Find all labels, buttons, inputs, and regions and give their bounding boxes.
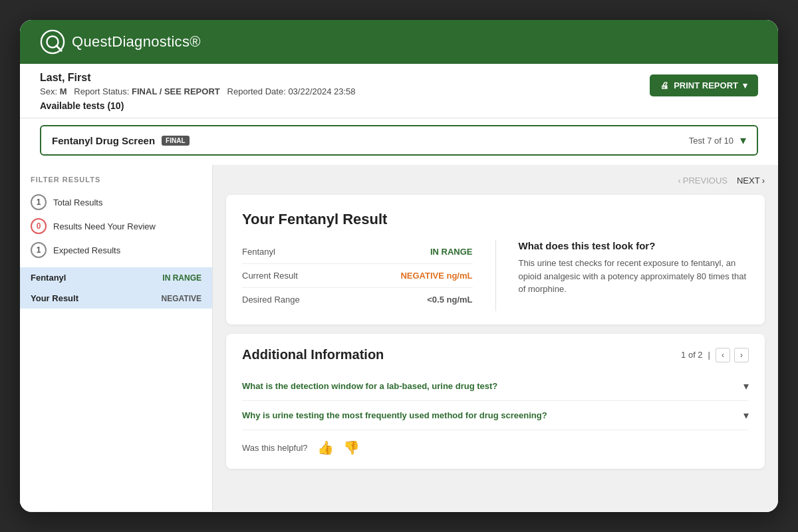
- pagination-count: 1 of 2: [681, 350, 703, 360]
- result-row-fentanyl[interactable]: Fentanyl IN RANGE: [20, 267, 212, 288]
- header: QuestDiagnostics®: [20, 20, 778, 64]
- filter-expected-badge: 1: [31, 242, 47, 258]
- info-card-header: Additional Information 1 of 2 | ‹ ›: [242, 347, 749, 362]
- chevron-right-icon: ›: [762, 176, 765, 186]
- logo-brand: Quest: [72, 33, 112, 50]
- next-page-button[interactable]: ›: [734, 348, 749, 362]
- info-card-title: Additional Information: [242, 347, 384, 362]
- what-looks-for: What does this test look for? This urine…: [519, 240, 749, 311]
- result-row-your-result[interactable]: Your Result NEGATIVE: [20, 288, 212, 309]
- logo-suffix: Diagnostics®: [112, 33, 201, 50]
- result-card-body: Fentanyl IN RANGE Current Result NEGATIV…: [242, 240, 749, 311]
- wlf-title: What does this test look for?: [519, 240, 749, 251]
- result-row-fentanyl-label: Fentanyl IN RANGE: [242, 240, 473, 264]
- main-area: FILTER RESULTS 1 Total Results 0 Results…: [20, 165, 778, 511]
- result-your-result-name: Your Result: [31, 293, 78, 303]
- test-selector-bar: Fentanyl Drug Screen FINAL Test 7 of 10 …: [20, 118, 778, 165]
- helpful-text: Was this helpful?: [242, 443, 308, 453]
- report-status-label: Report Status:: [74, 86, 129, 96]
- filter-total-badge: 1: [31, 194, 47, 210]
- reported-date-label: Reported Date:: [227, 86, 286, 96]
- faq-chevron-2: ▾: [743, 409, 749, 422]
- device-frame: QuestDiagnostics® Last, First Sex: M Rep…: [20, 20, 778, 512]
- chevron-left-icon: ‹: [678, 176, 680, 186]
- result-fentanyl-status: IN RANGE: [162, 273, 201, 283]
- faq-item-2[interactable]: Why is urine testing the most frequently…: [242, 401, 749, 430]
- sex-value: M: [60, 86, 67, 96]
- faq-question-2: Why is urine testing the most frequently…: [242, 410, 547, 420]
- current-result-label: Current Result: [242, 271, 298, 281]
- faq-item-1[interactable]: What is the detection window for a lab-b…: [242, 372, 749, 401]
- result-divider: [495, 240, 496, 311]
- quest-logo-icon: [40, 29, 65, 55]
- app-container: QuestDiagnostics® Last, First Sex: M Rep…: [20, 20, 778, 512]
- prev-page-button[interactable]: ‹: [716, 348, 730, 362]
- wlf-text: This urine test checks for recent exposu…: [519, 257, 749, 296]
- print-label: PRINT REPORT: [674, 80, 738, 90]
- faq-question-1: What is the detection window for a lab-b…: [242, 381, 497, 391]
- thumbs-up-button[interactable]: 👍: [317, 440, 334, 456]
- test-dropdown-left: Fentanyl Drug Screen FINAL: [52, 135, 190, 146]
- thumbs-down-button[interactable]: 👎: [343, 440, 360, 456]
- previous-button[interactable]: ‹ PREVIOUS: [678, 176, 728, 186]
- svg-line-2: [57, 46, 62, 51]
- result-card-title: Your Fentanyl Result: [242, 211, 749, 228]
- patient-info: Last, First Sex: M Report Status: FINAL …: [40, 72, 356, 111]
- filter-total-label: Total Results: [53, 198, 102, 207]
- current-result-value: NEGATIVE ng/mL: [400, 271, 472, 281]
- result-row-current: Current Result NEGATIVE ng/mL: [242, 264, 473, 288]
- next-button[interactable]: NEXT ›: [737, 176, 765, 186]
- info-card: Additional Information 1 of 2 | ‹ › What…: [226, 334, 765, 469]
- reported-date-value: 03/22/2024 23:58: [288, 86, 355, 96]
- patient-name: Last, First: [40, 72, 356, 84]
- result-card: Your Fentanyl Result Fentanyl IN RANGE C…: [226, 195, 765, 325]
- desired-range-value: <0.5 ng/mL: [427, 295, 472, 305]
- filter-review-label: Results Need Your Review: [53, 221, 156, 231]
- test-dropdown[interactable]: Fentanyl Drug Screen FINAL Test 7 of 10 …: [40, 125, 758, 156]
- filter-review-badge: 0: [31, 218, 47, 234]
- result-table: Fentanyl IN RANGE Current Result NEGATIV…: [242, 240, 473, 311]
- final-badge: FINAL: [162, 136, 189, 146]
- fentanyl-row-value: IN RANGE: [430, 247, 473, 257]
- sidebar: FILTER RESULTS 1 Total Results 0 Results…: [20, 165, 213, 511]
- available-tests: Available tests (10): [40, 100, 356, 111]
- filter-expected[interactable]: 1 Expected Results: [20, 238, 212, 262]
- content-panel: ‹ PREVIOUS NEXT › Your Fentanyl Result: [213, 165, 778, 511]
- result-your-result-status: NEGATIVE: [162, 294, 201, 303]
- result-fentanyl-name: Fentanyl: [31, 273, 66, 283]
- dropdown-chevron-icon: ▾: [740, 133, 746, 148]
- test-name: Fentanyl Drug Screen: [52, 135, 155, 146]
- filter-total[interactable]: 1 Total Results: [20, 190, 212, 214]
- sex-label: Sex:: [40, 86, 57, 96]
- logo-area: QuestDiagnostics®: [40, 29, 201, 55]
- printer-icon: 🖨: [660, 80, 669, 90]
- result-row-desired: Desired Range <0.5 ng/mL: [242, 288, 473, 311]
- filter-expected-label: Expected Results: [53, 245, 120, 255]
- print-report-button[interactable]: 🖨 PRINT REPORT ▾: [650, 74, 758, 96]
- report-status-value: FINAL / SEE REPORT: [132, 86, 220, 96]
- nav-row: ‹ PREVIOUS NEXT ›: [226, 176, 765, 186]
- info-pagination: 1 of 2 | ‹ ›: [681, 348, 749, 362]
- pagination-separator: |: [708, 350, 710, 360]
- previous-label: PREVIOUS: [683, 176, 728, 186]
- patient-bar: Last, First Sex: M Report Status: FINAL …: [20, 64, 778, 118]
- fentanyl-row-label: Fentanyl: [242, 247, 275, 257]
- desired-range-label: Desired Range: [242, 295, 300, 305]
- chevron-down-icon: ▾: [743, 80, 747, 90]
- filter-review[interactable]: 0 Results Need Your Review: [20, 214, 212, 238]
- logo-text: QuestDiagnostics®: [72, 33, 201, 51]
- helpful-row: Was this helpful? 👍 👎: [242, 430, 749, 456]
- patient-meta: Sex: M Report Status: FINAL / SEE REPORT…: [40, 86, 356, 96]
- next-label: NEXT: [737, 176, 760, 186]
- test-count: Test 7 of 10: [689, 136, 733, 146]
- filter-label: FILTER RESULTS: [20, 176, 212, 190]
- faq-chevron-1: ▾: [743, 380, 749, 392]
